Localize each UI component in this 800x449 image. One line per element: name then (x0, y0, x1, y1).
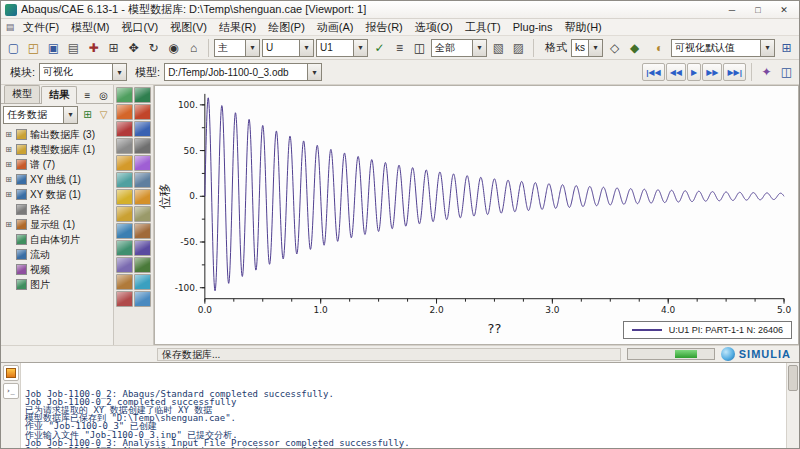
menu-item[interactable]: 工具(T) (459, 19, 507, 36)
menu-item[interactable]: 帮助(H) (558, 19, 607, 36)
message-scrollbar[interactable] (786, 363, 799, 448)
visualization-defaults-combo[interactable]: 可视化默认值▾ (671, 39, 775, 57)
search-tree-icon[interactable]: ◎ (96, 88, 111, 103)
menu-item[interactable]: 视口(V) (116, 19, 165, 36)
print-icon[interactable]: ▤ (64, 38, 83, 57)
message-log[interactable]: Job Job-1100-0_2: Abaqus/Standard comple… (21, 363, 786, 448)
frame-list-icon[interactable]: ≡ (390, 38, 409, 57)
maximize-button[interactable]: □ (747, 2, 769, 18)
zoom-view-icon[interactable]: ◉ (164, 38, 183, 57)
animation-options-icon[interactable]: ✦ (757, 63, 776, 82)
create-icon[interactable]: ✚ (84, 38, 103, 57)
tree-item[interactable]: 视频 (4, 262, 113, 277)
menu-item[interactable]: 报告(R) (360, 19, 409, 36)
plot-deformed-icon[interactable] (134, 87, 151, 103)
apply-field-icon[interactable]: ✓ (370, 38, 389, 57)
animate-scale-factor-icon[interactable] (116, 189, 133, 205)
tree-item[interactable]: ⊞ 模型数据库 (1) (4, 142, 113, 157)
tree-item[interactable]: 路径 (4, 202, 113, 217)
tree-item[interactable]: ⊞ 输出数据库 (3) (4, 127, 113, 142)
tree-item[interactable]: 流动 (4, 247, 113, 262)
field-output-icon[interactable] (134, 257, 151, 273)
field-variable-combo[interactable]: U▾ (262, 39, 314, 57)
last-frame-button[interactable]: ▶▶| (723, 63, 746, 81)
menu-item[interactable]: Plug-ins (507, 20, 559, 34)
menu-item[interactable]: 动画(A) (311, 19, 360, 36)
material-orientation-options-icon[interactable] (116, 172, 133, 188)
select-crossing-icon[interactable]: ▨ (509, 38, 528, 57)
color-code-button[interactable]: ◐ (650, 38, 669, 57)
create-display-group-icon[interactable] (116, 274, 133, 290)
plot-contours-icon[interactable] (116, 104, 133, 120)
field-position-combo[interactable]: 主▾ (214, 39, 260, 57)
stream-options-icon[interactable] (134, 291, 151, 307)
first-frame-button[interactable]: |◀◀ (642, 63, 665, 81)
viewport-layout-button[interactable]: ⊞ (777, 38, 796, 57)
query-information-icon[interactable] (116, 223, 133, 239)
play-animation-button[interactable]: ▶ (687, 63, 701, 81)
mdi-child-icon[interactable]: ▤ (3, 22, 17, 32)
minimize-button[interactable]: ─ (721, 2, 743, 18)
create-item-icon[interactable]: ⊞ (80, 107, 95, 122)
select-inside-icon[interactable]: ▧ (489, 38, 508, 57)
close-button[interactable]: ✕ (773, 2, 795, 18)
tree-item[interactable]: ⊞ 谱 (7) (4, 157, 113, 172)
manager-icon[interactable]: ⊞ (104, 38, 123, 57)
open-file-icon[interactable]: ◰ (24, 38, 43, 57)
format-combo[interactable]: ks▾ (571, 39, 603, 57)
expander-icon[interactable]: ⊞ (4, 190, 13, 199)
tab-results[interactable]: 结果 (41, 86, 77, 104)
scrollbar-thumb[interactable] (788, 365, 798, 391)
allow-multiple-plot-states-icon[interactable] (134, 172, 151, 188)
animate-harmonic-icon[interactable] (116, 206, 133, 222)
message-area-tab[interactable] (3, 365, 19, 381)
superimpose-options-icon[interactable] (134, 138, 151, 154)
new-model-icon[interactable]: ▢ (4, 38, 23, 57)
expander-icon[interactable]: ⊞ (4, 175, 13, 184)
plot-symbols-icon[interactable] (116, 121, 133, 137)
sync-viewports-icon[interactable]: ◫ (777, 63, 796, 82)
save-model-icon[interactable]: ▣ (44, 38, 63, 57)
tree-options-icon[interactable]: ≡ (80, 88, 95, 103)
tree-item[interactable]: ⊞ 显示组 (1) (4, 217, 113, 232)
tree-item[interactable]: 图片 (4, 277, 113, 292)
expander-icon[interactable]: ⊞ (4, 220, 13, 229)
plot-undeformed-icon[interactable] (116, 87, 133, 103)
menu-item[interactable]: 文件(F) (17, 19, 65, 36)
plot-contours-deformed-icon[interactable] (134, 104, 151, 120)
probe-values-icon[interactable] (116, 291, 133, 307)
previous-frame-button[interactable]: ◀◀ (666, 63, 686, 81)
animate-time-history-icon[interactable] (134, 189, 151, 205)
model-combo[interactable]: D:/Temp/Job-1100-0_3.odb▾ (164, 63, 322, 81)
next-frame-button[interactable]: ▶▶ (702, 63, 722, 81)
free-body-cut-icon[interactable] (116, 240, 133, 256)
menu-item[interactable]: 视图(V) (164, 19, 213, 36)
tab-model[interactable]: 模型 (4, 85, 40, 103)
menu-item[interactable]: 选项(O) (409, 19, 459, 36)
field-component-combo[interactable]: U1▾ (316, 39, 368, 57)
module-combo[interactable]: 可视化▾ (39, 63, 127, 81)
wireframe-render-icon[interactable]: ◇ (605, 38, 624, 57)
pan-view-icon[interactable]: ✥ (124, 38, 143, 57)
expander-icon[interactable]: ⊞ (4, 160, 13, 169)
rotate-view-icon[interactable]: ↻ (144, 38, 163, 57)
viewport[interactable]: 0.01.02.03.04.05.0-100.-50.0.50.100.??位移… (154, 85, 799, 345)
animation-options-icon[interactable] (134, 206, 151, 222)
viewport-frame-icon[interactable]: ◫ (410, 38, 429, 57)
plot-material-orientations-icon[interactable] (134, 121, 151, 137)
shaded-render-icon[interactable]: ◆ (625, 38, 644, 57)
session-data-combo[interactable]: 任务数据▾ (3, 106, 78, 124)
xy-options-icon[interactable] (116, 257, 133, 273)
command-line-tab[interactable]: ›_ (3, 383, 19, 399)
menu-item[interactable]: 结果(R) (213, 19, 262, 36)
expander-icon[interactable]: ⊞ (4, 130, 13, 139)
tree-item[interactable]: ⊞ XY 数据 (1) (4, 187, 113, 202)
expander-icon[interactable]: ⊞ (4, 145, 13, 154)
menu-item[interactable]: 绘图(P) (262, 19, 311, 36)
menu-item[interactable]: 模型(M) (65, 19, 116, 36)
tree-item[interactable]: ⊞ XY 曲线 (1) (4, 172, 113, 187)
common-options-icon[interactable] (116, 138, 133, 154)
view-cut-icon[interactable] (134, 223, 151, 239)
contour-options-icon[interactable] (116, 155, 133, 171)
fit-view-icon[interactable]: ⌂ (184, 38, 203, 57)
